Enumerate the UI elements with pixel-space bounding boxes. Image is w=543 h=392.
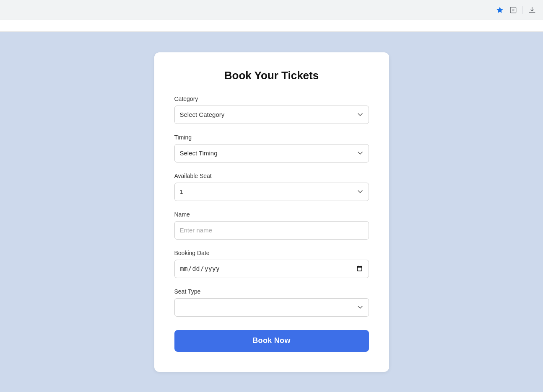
main-content: Book Your Tickets Category Select Catego… xyxy=(0,32,543,392)
name-input[interactable] xyxy=(174,221,369,240)
timing-group: Timing Select Timing xyxy=(174,134,369,162)
name-label: Name xyxy=(174,211,369,218)
available-seat-group: Available Seat 1 2 3 4 5 xyxy=(174,173,369,201)
booking-date-label: Booking Date xyxy=(174,250,369,256)
category-select[interactable]: Select Category xyxy=(174,106,369,124)
seat-type-label: Seat Type xyxy=(174,288,369,295)
browser-toolbar xyxy=(0,0,543,20)
download-icon[interactable] xyxy=(528,6,536,14)
seat-type-group: Seat Type xyxy=(174,288,369,317)
toolbar-divider xyxy=(522,6,523,14)
booking-date-input[interactable] xyxy=(174,260,369,278)
timing-label: Timing xyxy=(174,134,369,141)
browser-subbar xyxy=(0,20,543,32)
available-seat-label: Available Seat xyxy=(174,173,369,179)
book-now-button[interactable]: Book Now xyxy=(174,330,369,352)
booking-date-group: Booking Date xyxy=(174,250,369,278)
share-icon[interactable] xyxy=(509,6,517,14)
booking-card: Book Your Tickets Category Select Catego… xyxy=(154,52,389,372)
page-title: Book Your Tickets xyxy=(174,69,369,82)
seat-type-select[interactable] xyxy=(174,298,369,317)
category-label: Category xyxy=(174,95,369,102)
timing-select[interactable]: Select Timing xyxy=(174,144,369,162)
name-group: Name xyxy=(174,211,369,240)
category-group: Category Select Category xyxy=(174,95,369,124)
available-seat-select[interactable]: 1 2 3 4 5 xyxy=(174,183,369,201)
star-icon[interactable] xyxy=(496,6,504,14)
